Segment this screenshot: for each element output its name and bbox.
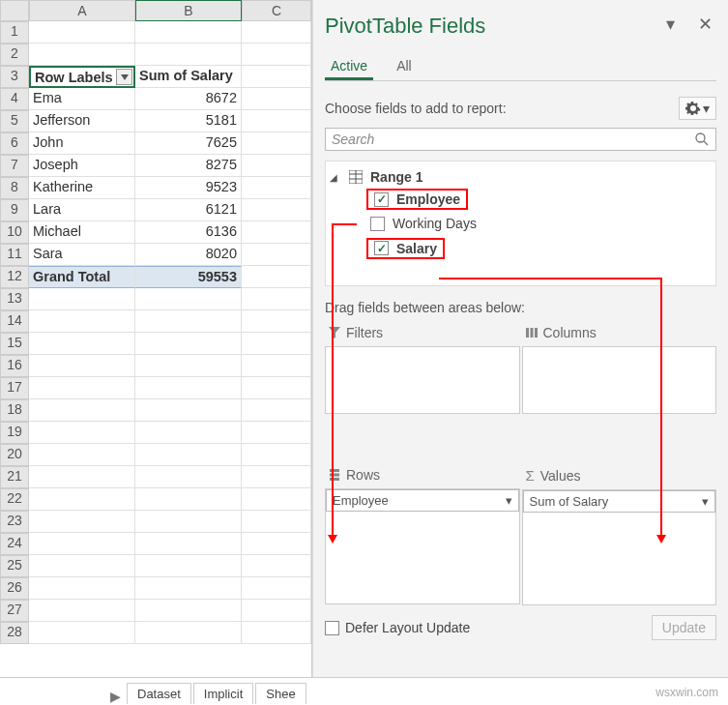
cell[interactable] xyxy=(242,266,311,288)
cell[interactable] xyxy=(135,377,242,399)
cell[interactable]: Katherine xyxy=(29,177,135,199)
field-employee[interactable]: ✓ Employee xyxy=(366,189,468,210)
field-salary[interactable]: ✓ Salary xyxy=(366,238,445,259)
row-header[interactable]: 26 xyxy=(0,577,29,600)
col-header-c[interactable]: C xyxy=(242,0,311,21)
row-header[interactable]: 2 xyxy=(0,44,29,66)
row-header[interactable]: 19 xyxy=(0,422,29,444)
cell[interactable] xyxy=(29,444,135,466)
cell[interactable] xyxy=(242,310,311,333)
cell[interactable] xyxy=(242,622,311,644)
cell[interactable] xyxy=(242,377,311,399)
grand-total-label[interactable]: Grand Total xyxy=(29,266,135,288)
row-labels-header-cell[interactable]: Row Labels xyxy=(29,66,135,88)
cell[interactable] xyxy=(135,444,242,466)
close-icon[interactable]: ✕ xyxy=(698,14,713,35)
rows-pill-employee[interactable]: Employee ▾ xyxy=(326,489,519,512)
row-header[interactable]: 4 xyxy=(0,88,29,110)
row-header[interactable]: 8 xyxy=(0,177,29,199)
row-header[interactable]: 1 xyxy=(0,21,29,44)
checkbox[interactable]: ✓ xyxy=(374,192,389,207)
cell[interactable] xyxy=(135,600,242,622)
cell[interactable]: Lara xyxy=(29,199,135,221)
cell[interactable] xyxy=(29,21,135,44)
cell[interactable] xyxy=(242,444,311,466)
cell[interactable] xyxy=(29,422,135,444)
cell[interactable] xyxy=(242,555,311,577)
cell[interactable] xyxy=(135,288,242,310)
cell[interactable] xyxy=(135,399,242,422)
cell[interactable] xyxy=(29,533,135,555)
cell[interactable]: 7625 xyxy=(135,132,242,155)
range-name[interactable]: Range 1 xyxy=(370,169,422,185)
cell[interactable]: John xyxy=(29,132,135,155)
cell[interactable] xyxy=(29,288,135,310)
cell[interactable] xyxy=(29,377,135,399)
row-header[interactable]: 21 xyxy=(0,466,29,488)
cell[interactable] xyxy=(242,88,311,110)
cell[interactable]: 6136 xyxy=(135,221,242,244)
cell[interactable] xyxy=(242,577,311,600)
cell[interactable] xyxy=(135,488,242,511)
row-header[interactable]: 6 xyxy=(0,132,29,155)
cell[interactable] xyxy=(29,355,135,377)
cell[interactable] xyxy=(242,155,311,177)
cell[interactable] xyxy=(135,333,242,355)
cell[interactable] xyxy=(29,44,135,66)
cell[interactable] xyxy=(242,333,311,355)
cell[interactable] xyxy=(242,110,311,132)
row-header[interactable]: 9 xyxy=(0,199,29,221)
tab-active[interactable]: Active xyxy=(325,54,373,80)
rows-area[interactable]: Rows Employee ▾ xyxy=(325,465,520,605)
cell[interactable] xyxy=(135,44,242,66)
row-header[interactable]: 11 xyxy=(0,244,29,266)
row-header[interactable]: 14 xyxy=(0,310,29,333)
cell[interactable]: Michael xyxy=(29,221,135,244)
cell[interactable]: Sara xyxy=(29,244,135,266)
sheet-tab-implicit[interactable]: Implicit xyxy=(193,683,253,704)
row-header[interactable]: 12 xyxy=(0,266,29,288)
cell[interactable] xyxy=(135,422,242,444)
chevron-down-icon[interactable]: ▾ xyxy=(702,494,709,509)
cell[interactable] xyxy=(242,199,311,221)
chevron-down-icon[interactable]: ▾ xyxy=(506,493,512,508)
cell[interactable] xyxy=(242,422,311,444)
row-header[interactable]: 5 xyxy=(0,110,29,132)
cell[interactable] xyxy=(29,488,135,511)
cell[interactable] xyxy=(135,622,242,644)
cell[interactable] xyxy=(29,399,135,422)
grand-total-value[interactable]: 59553 xyxy=(135,266,242,288)
cell[interactable] xyxy=(135,310,242,333)
field-working-days[interactable]: Working Days xyxy=(366,214,480,233)
col-header-b[interactable]: B xyxy=(135,0,242,21)
cell[interactable] xyxy=(135,466,242,488)
tab-scroll-right-icon[interactable]: ▶ xyxy=(104,689,127,704)
row-header[interactable]: 3 xyxy=(0,66,29,88)
cell[interactable] xyxy=(29,511,135,533)
cell[interactable] xyxy=(242,177,311,199)
row-header[interactable]: 20 xyxy=(0,444,29,466)
cell[interactable]: 8275 xyxy=(135,155,242,177)
filter-dropdown-button[interactable] xyxy=(116,69,132,85)
cell[interactable] xyxy=(242,132,311,155)
values-pill-salary[interactable]: Sum of Salary ▾ xyxy=(523,490,716,513)
spreadsheet-grid[interactable]: A B C 1 2 3 Row Labels Sum of Salary 4 E… xyxy=(0,0,312,677)
checkbox[interactable]: ✓ xyxy=(374,241,389,255)
cell[interactable] xyxy=(242,244,311,266)
cell[interactable] xyxy=(135,533,242,555)
col-header-a[interactable]: A xyxy=(29,0,135,21)
cell[interactable]: Joseph xyxy=(29,155,135,177)
row-header[interactable]: 28 xyxy=(0,622,29,644)
cell[interactable] xyxy=(135,21,242,44)
row-header[interactable]: 13 xyxy=(0,288,29,310)
tab-all[interactable]: All xyxy=(391,54,418,80)
gear-icon[interactable]: ▾ xyxy=(679,97,716,120)
collapse-icon[interactable]: ◢ xyxy=(330,172,337,183)
cell[interactable] xyxy=(242,466,311,488)
row-header[interactable]: 7 xyxy=(0,155,29,177)
row-header[interactable]: 10 xyxy=(0,221,29,244)
sheet-tab-shee[interactable]: Shee xyxy=(255,683,306,704)
cell[interactable]: 8672 xyxy=(135,88,242,110)
select-all-corner[interactable] xyxy=(0,0,29,21)
cell[interactable] xyxy=(242,533,311,555)
